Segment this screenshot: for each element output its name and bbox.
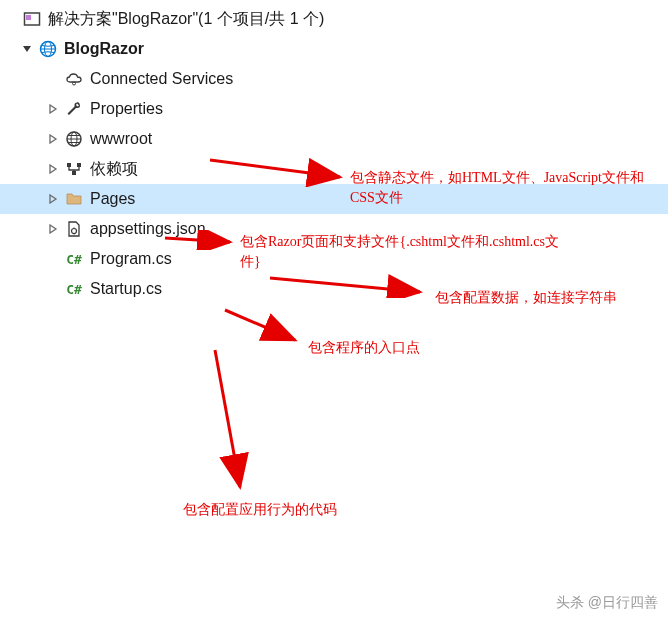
svg-rect-13 [72, 171, 76, 175]
dependencies-icon [64, 159, 84, 179]
expander-collapsed-icon[interactable] [46, 132, 60, 146]
connected-services-node[interactable]: Connected Services [0, 64, 668, 94]
project-node[interactable]: BlogRazor [0, 34, 668, 64]
appsettings-label: appsettings.json [90, 220, 206, 238]
program-cs-label: Program.cs [90, 250, 172, 268]
folder-icon [64, 189, 84, 209]
annotation-wwwroot: 包含静态文件，如HTML文件、JavaScript文件和CSS文件 [350, 168, 668, 207]
watermark-text: 头杀 @日行四善 [556, 594, 658, 612]
arrow-icon [220, 305, 305, 347]
annotation-pages: 包含Razor页面和支持文件{.cshtml文件和.cshtml.cs文件} [240, 232, 560, 271]
annotation-program: 包含程序的入口点 [308, 338, 420, 358]
project-label: BlogRazor [64, 40, 144, 58]
solution-label: 解决方案"BlogRazor"(1 个项目/共 1 个) [48, 9, 324, 30]
svg-point-5 [73, 82, 76, 85]
svg-rect-1 [26, 15, 31, 20]
expander-collapsed-icon[interactable] [46, 102, 60, 116]
wrench-icon [64, 99, 84, 119]
svg-rect-12 [77, 163, 81, 167]
connected-services-label: Connected Services [90, 70, 233, 88]
annotation-appsettings: 包含配置数据，如连接字符串 [435, 288, 617, 308]
properties-node[interactable]: Properties [0, 94, 668, 124]
dependencies-label: 依赖项 [90, 159, 138, 180]
csharp-icon: C# [64, 279, 84, 299]
annotation-startup: 包含配置应用行为的代码 [183, 500, 337, 520]
expander-collapsed-icon[interactable] [46, 222, 60, 236]
expander-expanded-icon[interactable] [20, 42, 34, 56]
svg-line-18 [225, 310, 295, 340]
pages-label: Pages [90, 190, 135, 208]
svg-point-14 [72, 229, 77, 234]
solution-icon [22, 9, 42, 29]
arrow-icon [200, 345, 255, 495]
csharp-icon: C# [64, 249, 84, 269]
solution-node[interactable]: 解决方案"BlogRazor"(1 个项目/共 1 个) [0, 4, 668, 34]
cloud-icon [64, 69, 84, 89]
svg-rect-11 [67, 163, 71, 167]
startup-cs-label: Startup.cs [90, 280, 162, 298]
web-project-icon [38, 39, 58, 59]
expander-collapsed-icon[interactable] [46, 162, 60, 176]
properties-label: Properties [90, 100, 163, 118]
json-config-icon [64, 219, 84, 239]
wwwroot-label: wwwroot [90, 130, 152, 148]
svg-line-19 [215, 350, 240, 487]
expander-collapsed-icon[interactable] [46, 192, 60, 206]
globe-icon [64, 129, 84, 149]
wwwroot-node[interactable]: wwwroot [0, 124, 668, 154]
